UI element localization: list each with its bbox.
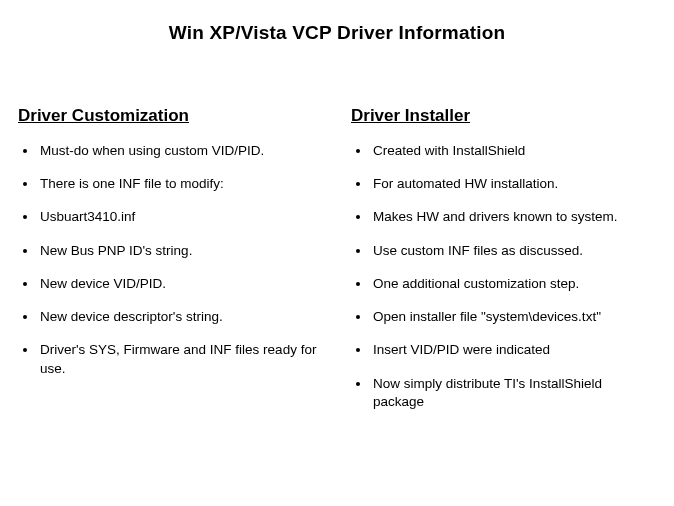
bullet-list: Created with InstallShield For automated… <box>351 142 656 411</box>
list-item: One additional customization step. <box>371 275 656 293</box>
list-item: Driver's SYS, Firmware and INF files rea… <box>38 341 323 377</box>
list-item: New device descriptor's string. <box>38 308 323 326</box>
list-item: Insert VID/PID were indicated <box>371 341 656 359</box>
list-item: Makes HW and drivers known to system. <box>371 208 656 226</box>
list-item: New Bus PNP ID's string. <box>38 242 323 260</box>
column-heading: Driver Customization <box>18 106 323 126</box>
slide-container: Win XP/Vista VCP Driver Information Driv… <box>0 0 674 456</box>
list-item: Now simply distribute TI's InstallShield… <box>371 375 656 411</box>
column-customization: Driver Customization Must-do when using … <box>18 106 323 426</box>
list-item: Open installer file "system\devices.txt" <box>371 308 656 326</box>
list-item: New device VID/PID. <box>38 275 323 293</box>
column-installer: Driver Installer Created with InstallShi… <box>351 106 656 426</box>
bullet-list: Must-do when using custom VID/PID. There… <box>18 142 323 378</box>
list-item: Use custom INF files as discussed. <box>371 242 656 260</box>
list-item: Must-do when using custom VID/PID. <box>38 142 323 160</box>
columns-wrapper: Driver Customization Must-do when using … <box>18 106 656 426</box>
list-item: There is one INF file to modify: <box>38 175 323 193</box>
column-heading: Driver Installer <box>351 106 656 126</box>
page-title: Win XP/Vista VCP Driver Information <box>18 22 656 44</box>
list-item: For automated HW installation. <box>371 175 656 193</box>
list-item: Usbuart3410.inf <box>38 208 323 226</box>
list-item: Created with InstallShield <box>371 142 656 160</box>
